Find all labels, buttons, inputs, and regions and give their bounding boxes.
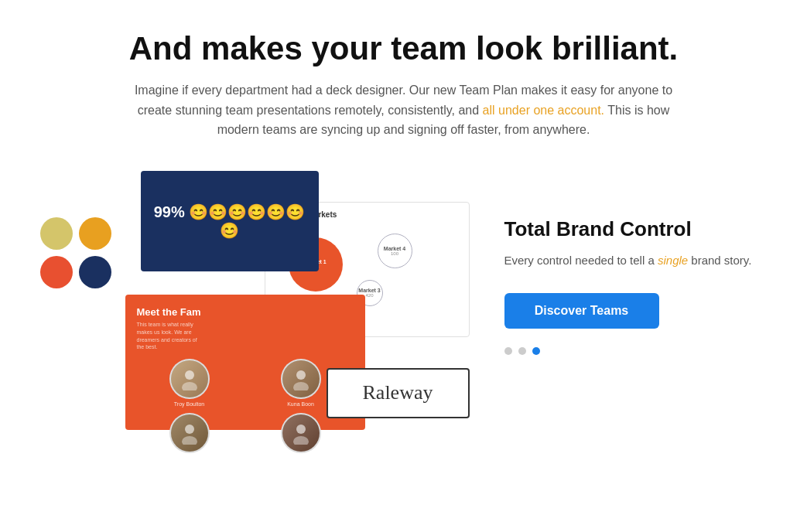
team-grid: Troy Boulton Kuna Boon (137, 359, 354, 461)
discover-teams-button[interactable]: Discover Teams (504, 293, 659, 329)
color-swatches (40, 217, 111, 288)
blue-card: 99% 😊😊😊😊😊😊😊 (141, 171, 319, 271)
brand-desc-highlight: single (658, 254, 688, 267)
dot-3[interactable] (532, 347, 540, 355)
svg-point-1 (182, 382, 197, 390)
avatar-1 (169, 359, 210, 399)
font-card-text: Raleway (363, 381, 433, 404)
font-card: Raleway (327, 368, 470, 418)
page-wrapper: And makes your team look brilliant. Imag… (0, 0, 807, 472)
member-name-3: Began Hendy (173, 455, 205, 461)
svg-point-4 (185, 425, 194, 434)
meet-the-fam-title: Meet the Fam (137, 306, 354, 318)
svg-point-6 (296, 425, 306, 434)
swatch-3 (40, 256, 73, 288)
team-member-1: Troy Boulton (137, 359, 242, 407)
meet-the-fam-subtitle: This team is what really makes us look. … (137, 321, 199, 351)
dot-2[interactable] (518, 347, 526, 355)
right-panel: Total Brand Control Every control needed… (504, 171, 783, 355)
svg-point-2 (296, 370, 306, 380)
visuals-container: 99% 😊😊😊😊😊😊😊 Adjacent Markets Market 1 23… (25, 171, 474, 449)
page-headline: And makes your team look brilliant. (129, 31, 679, 66)
subtext-highlight: all under one account. (483, 104, 604, 117)
page-subtext: Imagine if every department had a deck d… (133, 80, 675, 140)
avatar-3 (169, 413, 210, 453)
brand-desc: Every control needed to tell a single br… (504, 252, 783, 270)
svg-point-0 (185, 370, 194, 380)
team-member-4: George Price (248, 413, 354, 461)
bubble-market4: Market 4 100 (378, 234, 412, 268)
member-name-1: Troy Boulton (174, 401, 204, 407)
team-member-3: Began Hendy (137, 413, 242, 461)
svg-point-5 (182, 436, 197, 445)
brand-title: Total Brand Control (504, 217, 783, 241)
dot-1[interactable] (504, 347, 512, 355)
member-name-4: George Price (285, 455, 316, 461)
blue-card-text: 99% 😊😊😊😊😊😊😊 (141, 203, 319, 240)
avatar-4 (281, 413, 321, 453)
brand-desc-part1: Every control needed to tell a (504, 254, 658, 267)
svg-point-7 (293, 436, 309, 445)
swatch-1 (40, 217, 73, 250)
swatch-2 (79, 217, 111, 250)
pagination-dots (504, 347, 783, 355)
svg-point-3 (293, 382, 309, 390)
member-name-2: Kuna Boon (287, 401, 314, 407)
content-area: 99% 😊😊😊😊😊😊😊 Adjacent Markets Market 1 23… (25, 171, 783, 449)
swatch-4 (79, 256, 111, 288)
brand-desc-part2: brand story. (688, 254, 751, 267)
avatar-2 (281, 359, 321, 399)
